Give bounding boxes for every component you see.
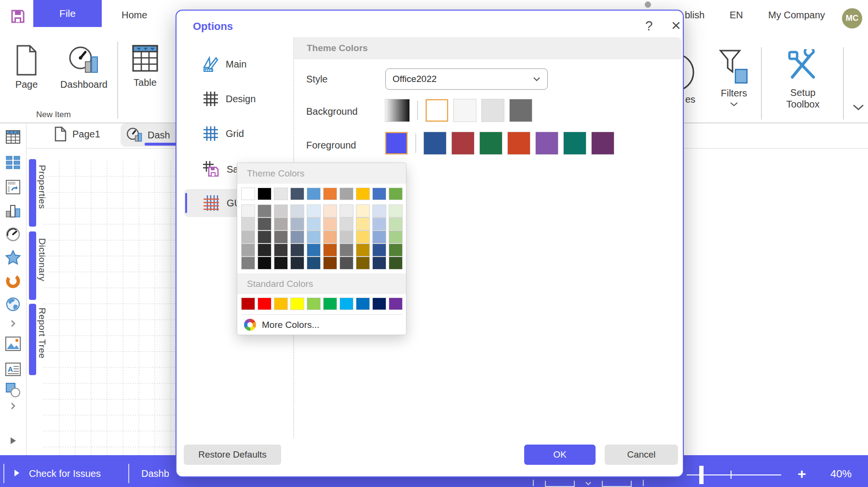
color-swatch[interactable] — [324, 188, 337, 200]
style-dropdown[interactable]: Office2022 — [385, 68, 548, 90]
gauge-tool-icon[interactable] — [5, 227, 21, 242]
color-swatch[interactable] — [426, 99, 448, 122]
color-swatch[interactable] — [373, 231, 386, 243]
color-swatch[interactable] — [258, 188, 271, 200]
dashboard-status-partial[interactable]: Dashb — [141, 468, 169, 479]
color-swatch[interactable] — [324, 244, 337, 256]
color-swatch[interactable] — [389, 218, 402, 230]
color-swatch[interactable] — [340, 231, 353, 243]
color-swatch[interactable] — [242, 205, 255, 217]
color-swatch[interactable] — [291, 188, 304, 200]
language-selector[interactable]: EN — [730, 10, 743, 21]
expand-panel-triangle-icon[interactable] — [5, 433, 21, 448]
color-swatch[interactable] — [242, 231, 255, 243]
color-swatch[interactable] — [424, 132, 446, 154]
color-swatch[interactable] — [258, 218, 271, 230]
zoom-slider-handle[interactable] — [699, 466, 704, 484]
map-globe-tool-icon[interactable] — [5, 297, 21, 312]
star-tool-icon[interactable] — [5, 250, 21, 265]
color-swatch[interactable] — [324, 218, 337, 230]
color-swatch[interactable] — [242, 244, 255, 256]
color-swatch[interactable] — [291, 257, 304, 269]
zoom-in-button[interactable]: + — [798, 466, 806, 482]
color-swatch[interactable] — [291, 231, 304, 243]
color-swatch[interactable] — [389, 188, 402, 200]
color-swatch[interactable] — [324, 298, 337, 310]
color-swatch[interactable] — [307, 218, 320, 230]
report-tree-panel-tab-bar[interactable] — [29, 304, 36, 375]
color-swatch[interactable] — [274, 205, 287, 217]
color-swatch[interactable] — [356, 205, 369, 217]
pivot-tool-icon[interactable] — [5, 179, 21, 195]
color-swatch[interactable] — [389, 257, 402, 269]
save-icon[interactable] — [10, 9, 26, 24]
color-swatch[interactable] — [291, 205, 304, 217]
new-page-button[interactable]: Page — [10, 44, 43, 90]
color-swatch[interactable] — [356, 188, 369, 200]
color-swatch[interactable] — [274, 188, 287, 200]
color-swatch[interactable] — [373, 298, 386, 310]
color-swatch[interactable] — [274, 218, 287, 230]
report-tree-panel-tab[interactable]: Report Tree — [37, 308, 47, 359]
color-swatch[interactable] — [242, 218, 255, 230]
color-swatch[interactable] — [242, 257, 255, 269]
avatar[interactable]: MC — [842, 8, 862, 28]
color-swatch[interactable] — [454, 99, 476, 122]
color-swatch[interactable] — [536, 132, 558, 154]
color-swatch[interactable] — [480, 132, 502, 154]
tab-page1[interactable]: Page1 — [54, 126, 100, 142]
design-canvas-grid[interactable] — [43, 161, 176, 455]
dictionary-panel-tab[interactable]: Dictionary — [37, 238, 47, 281]
color-swatch[interactable] — [274, 244, 287, 256]
color-swatch[interactable] — [482, 99, 504, 122]
expand-more-chevron-icon[interactable] — [5, 398, 21, 414]
color-swatch[interactable] — [274, 298, 287, 310]
color-swatch[interactable] — [324, 205, 337, 217]
color-swatch[interactable] — [242, 188, 255, 200]
color-swatch[interactable] — [258, 205, 271, 217]
color-swatch[interactable] — [356, 218, 369, 230]
color-swatch[interactable] — [340, 257, 353, 269]
close-icon[interactable]: × — [671, 18, 681, 32]
color-swatch[interactable] — [307, 231, 320, 243]
image-tool-icon[interactable] — [5, 336, 21, 352]
publish-button-partial[interactable]: blish — [685, 10, 705, 21]
color-swatch[interactable] — [242, 298, 255, 310]
color-swatch[interactable] — [373, 244, 386, 256]
dialog-menu-grid[interactable]: Grid — [184, 120, 281, 148]
cancel-button[interactable]: Cancel — [605, 445, 678, 465]
color-swatch[interactable] — [356, 257, 369, 269]
expand-more-chevron-icon[interactable] — [5, 316, 21, 331]
color-swatch[interactable] — [373, 257, 386, 269]
setup-toolbox-button[interactable]: SetupToolbox — [779, 49, 827, 110]
color-swatch[interactable] — [307, 205, 320, 217]
color-swatch[interactable] — [592, 132, 614, 154]
properties-panel-tab-bar[interactable] — [29, 159, 36, 227]
restore-defaults-button[interactable]: Restore Defaults — [184, 445, 281, 465]
new-dashboard-button[interactable]: Dashboard — [57, 44, 111, 90]
color-swatch[interactable] — [389, 205, 402, 217]
color-swatch[interactable] — [385, 132, 407, 154]
color-swatch[interactable] — [356, 298, 369, 310]
color-swatch[interactable] — [564, 132, 586, 154]
color-swatch[interactable] — [324, 257, 337, 269]
check-for-issues-button[interactable]: Check for Issues — [29, 468, 101, 479]
color-swatch[interactable] — [258, 231, 271, 243]
file-menu-button[interactable]: File — [33, 0, 102, 27]
dialog-menu-main[interactable]: Main — [184, 50, 281, 78]
new-table-button[interactable]: Table — [129, 44, 161, 88]
table-tool-icon[interactable] — [5, 129, 21, 145]
color-swatch[interactable] — [307, 244, 320, 256]
color-swatch[interactable] — [291, 298, 304, 310]
dictionary-panel-tab-bar[interactable] — [29, 231, 36, 300]
color-swatch[interactable] — [340, 188, 353, 200]
ok-button[interactable]: OK — [524, 445, 596, 465]
shapes-tool-icon[interactable] — [5, 382, 21, 398]
chart-tool-icon[interactable] — [5, 203, 21, 218]
collapse-ribbon-chevron-icon[interactable] — [853, 104, 864, 111]
properties-panel-tab[interactable]: Properties — [37, 165, 47, 209]
color-swatch[interactable] — [258, 257, 271, 269]
color-swatch[interactable] — [373, 188, 386, 200]
cards-tool-icon[interactable] — [5, 155, 21, 170]
color-swatch[interactable] — [373, 205, 386, 217]
